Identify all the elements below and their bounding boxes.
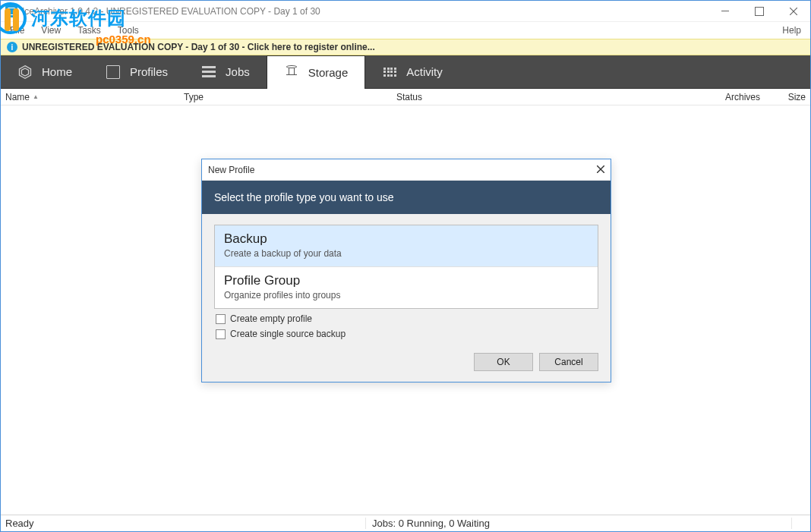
tab-label: Profiles (130, 65, 168, 78)
dialog-button-row: OK Cancel (202, 344, 611, 382)
col-name-label: Name (5, 92, 30, 102)
checkbox-icon (216, 314, 226, 324)
status-left: Ready (1, 518, 365, 529)
tab-home[interactable]: Home (1, 55, 89, 88)
window-controls (708, 1, 810, 22)
type-title: Profile Group (224, 273, 589, 288)
storage-icon (284, 65, 299, 80)
menubar: File View Tasks Tools Help (1, 22, 810, 39)
activity-icon (382, 65, 397, 80)
menu-view[interactable]: View (36, 24, 65, 37)
app-icon (5, 5, 17, 17)
tab-storage[interactable]: Storage (267, 55, 366, 89)
dialog-titlebar: New Profile (202, 159, 611, 181)
tab-label: Storage (308, 66, 349, 79)
dialog-banner: Select the profile type you want to use (202, 181, 611, 214)
menu-tasks[interactable]: Tasks (73, 24, 106, 37)
col-type-label: Type (184, 92, 204, 102)
jobs-icon (201, 65, 216, 80)
home-icon (17, 65, 33, 80)
checkbox-create-empty-profile[interactable]: Create empty profile (214, 309, 598, 324)
profile-type-backup[interactable]: Backup Create a backup of your data (215, 225, 598, 267)
menu-file[interactable]: File (5, 24, 29, 37)
checkbox-create-single-source-backup[interactable]: Create single source backup (214, 324, 598, 339)
tab-label: Home (42, 65, 72, 78)
sort-indicator-icon: ▲ (33, 93, 39, 100)
svg-marker-3 (21, 68, 28, 76)
cancel-button[interactable]: Cancel (539, 353, 598, 371)
window-title: IceArchiver 1.0.4.2 - UNREGISTERED EVALU… (22, 6, 708, 17)
ok-button[interactable]: OK (474, 353, 533, 371)
profiles-icon (106, 65, 121, 80)
registration-banner[interactable]: i UNREGISTERED EVALUATION COPY - Day 1 o… (1, 39, 810, 55)
col-type[interactable]: Type (184, 92, 396, 102)
dialog-title: New Profile (208, 165, 597, 175)
close-button[interactable] (776, 1, 810, 22)
column-headers: Name ▲ Type Status Archives Size (1, 89, 810, 105)
maximize-button[interactable] (742, 1, 776, 22)
dialog-body: Backup Create a backup of your data Prof… (202, 214, 611, 344)
type-desc: Create a backup of your data (224, 248, 589, 259)
nav-tabs: Home Profiles Jobs Storage Activity (1, 55, 810, 89)
status-center: Jobs: 0 Running, 0 Waiting (365, 518, 792, 529)
tab-label: Jobs (226, 65, 250, 78)
main-area: New Profile Select the profile type you … (1, 105, 810, 515)
tab-activity[interactable]: Activity (365, 55, 459, 88)
col-status-label: Status (396, 92, 422, 102)
dialog-close-button[interactable] (597, 164, 604, 175)
titlebar: IceArchiver 1.0.4.2 - UNREGISTERED EVALU… (1, 1, 810, 22)
col-archives[interactable]: Archives (669, 92, 760, 102)
info-icon: i (7, 42, 17, 52)
menu-tools[interactable]: Tools (113, 24, 144, 37)
col-name[interactable]: Name ▲ (5, 92, 184, 102)
col-status[interactable]: Status (396, 92, 669, 102)
col-size[interactable]: Size (760, 92, 806, 102)
type-desc: Organize profiles into groups (224, 290, 589, 301)
type-title: Backup (224, 231, 589, 247)
tab-label: Activity (406, 65, 443, 78)
col-size-label: Size (788, 92, 806, 102)
checkbox-label: Create empty profile (230, 313, 312, 324)
app-window: IceArchiver 1.0.4.2 - UNREGISTERED EVALU… (0, 0, 811, 532)
tab-profiles[interactable]: Profiles (89, 55, 185, 88)
tab-jobs[interactable]: Jobs (185, 55, 267, 88)
profile-type-list: Backup Create a backup of your data Prof… (214, 225, 598, 309)
minimize-button[interactable] (708, 1, 742, 22)
registration-banner-text: UNREGISTERED EVALUATION COPY - Day 1 of … (22, 42, 375, 52)
profile-type-profile-group[interactable]: Profile Group Organize profiles into gro… (215, 267, 598, 308)
checkbox-icon (216, 329, 226, 339)
menu-help[interactable]: Help (778, 24, 806, 37)
checkbox-label: Create single source backup (230, 329, 346, 339)
statusbar: Ready Jobs: 0 Running, 0 Waiting (1, 515, 810, 531)
new-profile-dialog: New Profile Select the profile type you … (201, 159, 611, 382)
col-archives-label: Archives (725, 92, 760, 102)
